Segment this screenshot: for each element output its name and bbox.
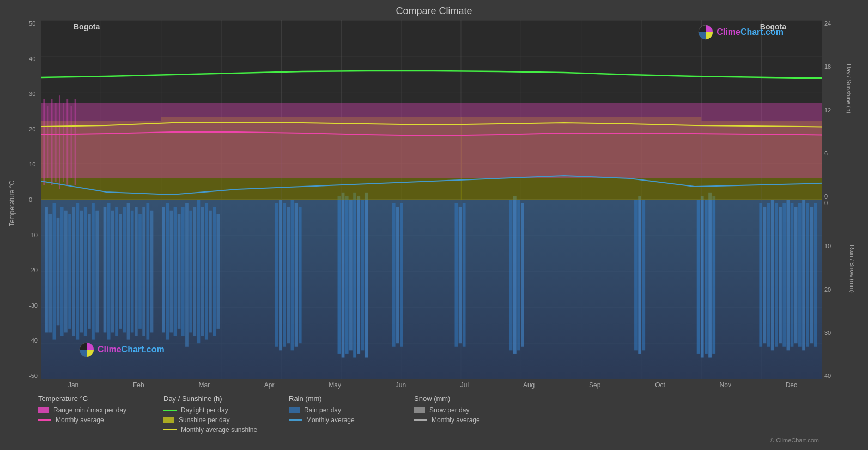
page-wrapper: Compare Climate Temperature °C 50 40 30 … <box>0 0 868 450</box>
svg-rect-27 <box>45 207 48 332</box>
svg-rect-86 <box>400 203 403 347</box>
svg-rect-38 <box>88 214 91 329</box>
svg-rect-31 <box>60 207 64 336</box>
brand-text-top: ClimeChart.com <box>717 27 784 37</box>
svg-rect-80 <box>353 193 356 358</box>
svg-rect-111 <box>794 207 798 343</box>
legend-swatch-sunshine <box>163 417 174 423</box>
svg-rect-59 <box>181 207 185 336</box>
svg-rect-136 <box>63 103 64 182</box>
svg-rect-109 <box>787 200 790 350</box>
legend-line-snow-avg <box>414 419 427 421</box>
svg-rect-62 <box>193 207 196 336</box>
svg-rect-98 <box>701 196 704 357</box>
svg-rect-45 <box>119 214 122 329</box>
svg-rect-43 <box>111 211 114 333</box>
month-oct: Oct <box>655 381 665 391</box>
svg-rect-101 <box>712 196 715 354</box>
legend-group-sunshine: Day / Sunshine (h) Daylight per day Suns… <box>163 394 272 434</box>
svg-rect-70 <box>279 200 282 350</box>
y-axis-left-label: Temperature °C <box>8 181 16 226</box>
svg-rect-64 <box>201 207 204 336</box>
svg-rect-84 <box>392 203 396 347</box>
svg-rect-138 <box>70 106 72 178</box>
svg-rect-71 <box>283 203 286 347</box>
svg-rect-51 <box>142 207 145 336</box>
svg-rect-72 <box>287 207 290 343</box>
legend-temperature-title: Temperature °C <box>38 394 147 403</box>
svg-rect-32 <box>64 211 68 333</box>
daylight-line <box>41 71 822 79</box>
legend-item-rain-avg: Monthly average <box>289 416 398 424</box>
legend-item-rain-per-day: Rain per day <box>289 406 398 414</box>
brand-text-bottom: ClimeChart.com <box>98 345 165 355</box>
svg-rect-37 <box>84 207 87 336</box>
svg-rect-90 <box>509 200 513 350</box>
svg-rect-78 <box>345 196 349 354</box>
legend-swatch-snow <box>414 407 425 413</box>
sunshine-axis-label: Day / Sunshine (h) <box>845 63 852 113</box>
legend-line-temp-avg <box>38 419 51 421</box>
svg-rect-73 <box>291 200 294 350</box>
brand-logo-bottom-left-icon <box>79 342 94 357</box>
legend-line-daylight <box>163 410 177 411</box>
svg-rect-36 <box>80 211 83 333</box>
legend-sunshine-title: Day / Sunshine (h) <box>163 394 272 403</box>
legend-item-snow-per-day: Snow per day <box>414 406 523 414</box>
svg-rect-61 <box>189 211 192 333</box>
svg-rect-35 <box>76 203 79 340</box>
brand-logo-top-right: ClimeChart.com <box>698 25 784 40</box>
y-axis-right-sunshine: Day / Sunshine (h) 24 18 12 6 0 <box>824 20 857 200</box>
legend-item-temp-range: Range min / max per day <box>38 406 147 414</box>
legend-line-rain-avg <box>289 419 302 421</box>
chart-svg <box>41 20 822 379</box>
svg-rect-134 <box>55 103 57 182</box>
svg-rect-116 <box>814 203 817 347</box>
month-aug: Aug <box>523 381 535 391</box>
brand-logo-top-right-icon <box>698 25 713 40</box>
legend-group-temperature: Temperature °C Range min / max per day M… <box>38 394 147 434</box>
chart-title: Compare Climate <box>11 5 857 17</box>
svg-rect-95 <box>638 196 641 354</box>
legend-line-sunshine-avg <box>163 429 177 430</box>
svg-rect-88 <box>459 207 462 343</box>
svg-rect-91 <box>513 196 517 354</box>
temp-range-bars <box>41 95 822 189</box>
svg-rect-34 <box>72 207 75 336</box>
y-axis-left: Temperature °C 50 40 30 20 10 0 -10 -20 … <box>11 20 41 379</box>
x-axis-row: Jan Feb Mar Apr May Jun Jul Aug Sep Oct … <box>41 379 824 391</box>
chart-area: Temperature °C 50 40 30 20 10 0 -10 -20 … <box>11 20 857 379</box>
y-axis-right: Day / Sunshine (h) 24 18 12 6 0 Rain / S… <box>822 20 857 379</box>
month-jan: Jan <box>68 381 78 391</box>
svg-rect-52 <box>146 203 149 340</box>
svg-rect-40 <box>95 211 99 333</box>
legend-rain-title: Rain (mm) <box>289 394 398 403</box>
svg-rect-75 <box>299 207 302 343</box>
svg-rect-131 <box>43 99 45 185</box>
month-jul: Jul <box>460 381 469 391</box>
svg-rect-56 <box>169 211 173 333</box>
svg-rect-53 <box>150 211 154 333</box>
svg-rect-83 <box>365 193 368 358</box>
svg-rect-77 <box>342 193 345 358</box>
svg-rect-87 <box>454 203 458 347</box>
svg-rect-69 <box>275 203 278 347</box>
svg-rect-81 <box>357 196 360 354</box>
svg-rect-66 <box>209 211 212 333</box>
svg-rect-115 <box>810 207 814 343</box>
month-jun: Jun <box>396 381 406 391</box>
svg-rect-68 <box>216 214 220 329</box>
svg-rect-57 <box>174 207 177 336</box>
legend-section: Temperature °C Range min / max per day M… <box>33 391 857 437</box>
svg-rect-102 <box>759 203 762 347</box>
svg-rect-85 <box>396 207 399 343</box>
svg-rect-93 <box>521 203 524 347</box>
svg-rect-135 <box>59 95 60 189</box>
svg-rect-114 <box>806 203 809 347</box>
month-feb: Feb <box>133 381 144 391</box>
svg-rect-28 <box>48 214 52 332</box>
svg-rect-54 <box>162 207 165 332</box>
legend-item-temp-avg: Monthly average <box>38 416 147 424</box>
svg-rect-94 <box>634 200 638 350</box>
svg-rect-99 <box>705 200 708 354</box>
